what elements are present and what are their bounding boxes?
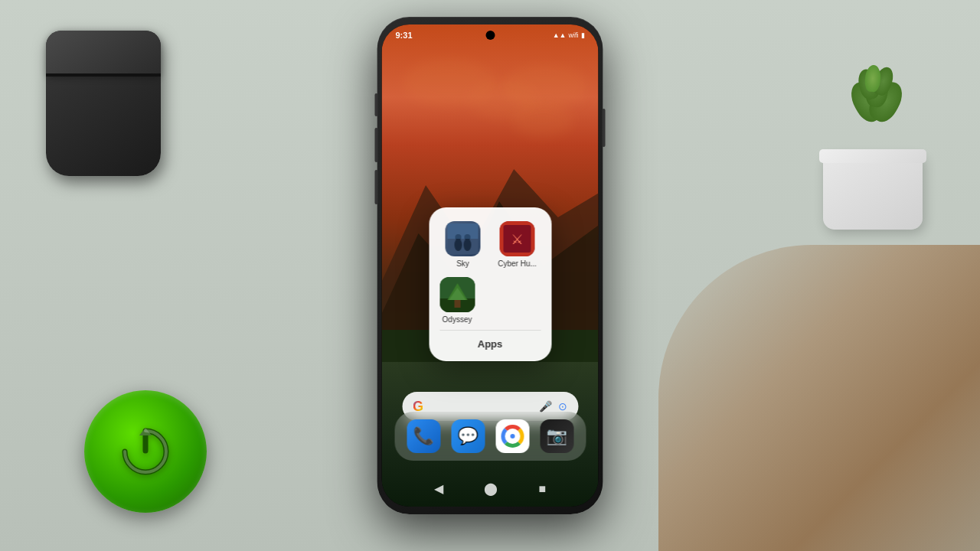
folder-single-row: Odyssey	[439, 277, 541, 324]
app-folder[interactable]: Sky ⚔	[429, 207, 551, 361]
chrome-ring	[501, 425, 524, 448]
app-item-cyber-hunter[interactable]: ⚔ Cyber Hu...	[494, 221, 541, 268]
plant-succulent	[819, 38, 926, 161]
airpods-body	[46, 31, 161, 176]
app-item-odyssey[interactable]: Odyssey	[439, 277, 475, 324]
svg-text:⚔: ⚔	[511, 232, 524, 247]
power-side-button	[603, 109, 606, 147]
airpods-case	[46, 31, 168, 184]
folder-title: Apps	[478, 338, 503, 350]
power-icon	[115, 421, 176, 482]
wallpaper: 9:31 ▲▲ wifi ▮	[382, 24, 599, 507]
nav-bar: ◀ ⬤ ■	[413, 481, 567, 496]
mute-button	[375, 93, 378, 116]
dock: 📞 💬 📷	[394, 412, 586, 461]
volume-down-button	[375, 170, 378, 204]
status-time: 9:31	[396, 31, 413, 40]
volume-up-button	[375, 128, 378, 162]
scene: 9:31 ▲▲ wifi ▮	[0, 0, 980, 551]
status-icons: ▲▲ wifi ▮	[553, 31, 585, 39]
odyssey-app-icon[interactable]	[439, 277, 475, 312]
sky-app-icon[interactable]	[446, 221, 481, 256]
back-button[interactable]: ◀	[434, 481, 443, 496]
svg-rect-20	[454, 300, 460, 308]
mic-icon[interactable]: 🎤	[539, 400, 552, 412]
airpods-hinge	[46, 73, 161, 77]
phone-screen: 9:31 ▲▲ wifi ▮	[382, 24, 599, 507]
plant-container	[796, 15, 949, 230]
svg-point-10	[464, 239, 472, 251]
svg-rect-12	[448, 223, 479, 239]
folder-apps-grid: Sky ⚔	[439, 221, 541, 268]
phone-body: 9:31 ▲▲ wifi ▮	[377, 17, 603, 514]
dock-messages-icon[interactable]: 💬	[451, 419, 485, 453]
cyber-hunter-app-label: Cyber Hu...	[498, 259, 537, 268]
camera-notch	[485, 31, 495, 40]
cyber-hunter-app-icon[interactable]: ⚔	[500, 221, 535, 256]
recents-button[interactable]: ■	[539, 482, 547, 496]
svg-point-8	[455, 239, 462, 251]
dock-phone-icon[interactable]: 📞	[407, 419, 440, 453]
chrome-center	[508, 432, 516, 440]
airpods-lid	[46, 31, 161, 77]
odyssey-app-label: Odyssey	[443, 315, 472, 324]
wifi-icon: wifi	[569, 31, 579, 39]
signal-icon: ▲▲	[553, 31, 567, 39]
plant-pot	[823, 153, 923, 230]
plant-pot-rim	[819, 149, 926, 163]
home-button[interactable]: ⬤	[484, 481, 498, 496]
status-bar: 9:31 ▲▲ wifi ▮	[382, 24, 599, 46]
dock-camera-icon[interactable]: 📷	[540, 419, 573, 453]
power-button-object	[84, 390, 207, 513]
phone: 9:31 ▲▲ wifi ▮	[377, 17, 603, 514]
app-item-sky[interactable]: Sky	[439, 221, 486, 268]
lens-icon[interactable]: ⊙	[558, 400, 567, 412]
dock-chrome-icon[interactable]	[495, 419, 529, 453]
battery-icon: ▮	[581, 31, 585, 39]
sky-app-label: Sky	[456, 259, 469, 268]
sky-icon-inner	[446, 221, 481, 256]
power-icon-svg	[119, 425, 172, 478]
folder-title-row: Apps	[439, 330, 541, 350]
